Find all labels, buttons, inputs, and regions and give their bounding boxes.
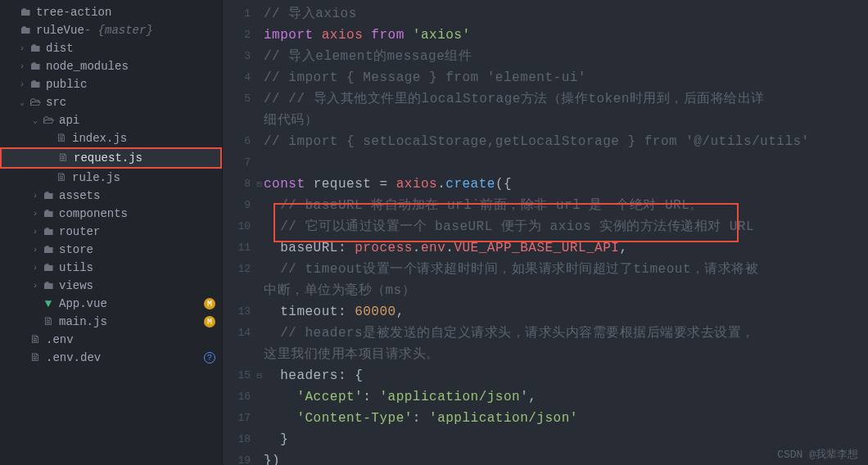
tree-item-main-js[interactable]: 🗎main.jsM xyxy=(0,313,222,331)
chevron-icon[interactable]: › xyxy=(16,44,28,53)
code-area[interactable]: // 导入axiosimport axios from 'axios'// 导入… xyxy=(264,0,868,465)
folder-icon: 🖿 xyxy=(41,279,56,292)
code-line[interactable]: timeout: 60000, xyxy=(264,301,868,323)
code-line[interactable]: 'Accept': 'application/json', xyxy=(264,386,868,408)
code-line[interactable]: 这里我们使用本项目请求头。 xyxy=(264,344,868,365)
folder-icon: 🗁 xyxy=(28,96,43,109)
file-icon: 🗎 xyxy=(54,132,69,145)
line-number: 11 xyxy=(223,237,264,259)
tree-item-dist[interactable]: ›🖿dist xyxy=(0,39,222,57)
folder-icon: 🖿 xyxy=(41,243,56,256)
file-icon: 🗎 xyxy=(56,151,70,165)
code-line[interactable] xyxy=(264,152,868,174)
file-icon: 🗎 xyxy=(41,315,56,328)
file-icon: 🗎 xyxy=(28,333,43,346)
code-line[interactable]: // import { setLocalStorage,getLocalStor… xyxy=(264,131,868,152)
code-line[interactable]: // headers是被发送的自定义请求头，请求头内容需要根据后端要求去设置， xyxy=(264,323,868,344)
code-line[interactable]: // 它可以通过设置一个 baseURL 便于为 axios 实例的方法传递相对… xyxy=(264,216,868,237)
line-number xyxy=(223,280,264,301)
tree-item-src[interactable]: ⌄🗁src xyxy=(0,93,222,111)
line-number: 12 xyxy=(223,259,264,280)
tree-item-rulevue[interactable]: 🖿ruleVue - {master} xyxy=(0,21,222,39)
line-number: 3 xyxy=(223,46,264,67)
tree-item-request-js[interactable]: 🗎request.js xyxy=(0,147,222,169)
line-number: 1 xyxy=(223,3,264,25)
folder-icon: 🖿 xyxy=(41,261,56,274)
code-line[interactable]: 中断，单位为毫秒（ms） xyxy=(264,280,868,301)
code-line[interactable]: 'Content-Type': 'application/json' xyxy=(264,408,868,429)
folder-icon: 🗁 xyxy=(41,114,56,127)
line-number: 9 xyxy=(223,195,264,216)
line-number xyxy=(223,344,264,365)
tree-item-label: src xyxy=(46,96,66,109)
modified-badge: M xyxy=(204,298,215,309)
chevron-icon[interactable]: › xyxy=(29,264,41,273)
info-icon: ? xyxy=(204,352,215,363)
chevron-icon[interactable]: › xyxy=(16,62,28,71)
tree-item-router[interactable]: ›🖿router xyxy=(0,223,222,241)
code-editor[interactable]: 12345678910111213141516171819 // 导入axios… xyxy=(223,0,868,465)
line-number: 13 xyxy=(223,301,264,323)
tree-item--env[interactable]: 🗎.env xyxy=(0,331,222,349)
line-number xyxy=(223,110,264,131)
code-line[interactable]: // 导入element的message组件 xyxy=(264,46,868,67)
tree-item-label: store xyxy=(59,243,93,256)
code-line[interactable]: baseURL: process.env.VUE_APP_BASE_URL_AP… xyxy=(264,237,868,259)
tree-item-assets[interactable]: ›🖿assets xyxy=(0,187,222,205)
tree-item-tree-action[interactable]: 🖿tree-action xyxy=(0,3,222,21)
chevron-icon[interactable]: › xyxy=(29,192,41,201)
tree-item-label: utils xyxy=(59,261,93,274)
code-line[interactable]: // 导入axios xyxy=(264,3,868,25)
tree-item-api[interactable]: ⌄🗁api xyxy=(0,111,222,129)
tree-item-label: components xyxy=(59,207,128,220)
tree-item-label: index.js xyxy=(72,132,127,145)
tree-item-label: assets xyxy=(59,189,100,202)
folder-icon: 🖿 xyxy=(41,207,56,220)
chevron-icon[interactable]: ⌄ xyxy=(16,97,28,107)
code-line[interactable]: // import { Message } from 'element-ui' xyxy=(264,67,868,88)
tree-item-label: api xyxy=(59,114,79,127)
chevron-icon[interactable]: › xyxy=(29,228,41,237)
line-number: 14 xyxy=(223,323,264,344)
code-line[interactable]: headers: { xyxy=(264,365,868,386)
tree-item--env-dev[interactable]: 🗎.env.dev? xyxy=(0,349,222,367)
tree-item-rule-js[interactable]: 🗎rule.js xyxy=(0,169,222,187)
folder-icon: 🖿 xyxy=(28,78,43,91)
tree-item-label: node_modules xyxy=(46,60,129,73)
tree-item-label: dist xyxy=(46,42,74,55)
folder-icon: 🖿 xyxy=(41,225,56,238)
folder-icon: 🖿 xyxy=(28,42,43,55)
tree-item-public[interactable]: ›🖿public xyxy=(0,75,222,93)
tree-item-utils[interactable]: ›🖿utils xyxy=(0,259,222,277)
line-number: 7 xyxy=(223,152,264,174)
code-line[interactable]: // // 导入其他文件里的localStorage方法（操作token时用到，… xyxy=(264,88,868,110)
tree-item-label: ruleVue xyxy=(36,24,84,37)
chevron-icon[interactable]: › xyxy=(29,210,41,219)
tree-item-store[interactable]: ›🖿store xyxy=(0,241,222,259)
tree-item-label: router xyxy=(59,225,100,238)
code-line[interactable]: // baseURL 将自动加在 url`前面，除非 url 是一个绝对 URL… xyxy=(264,195,868,216)
tree-item-components[interactable]: ›🖿components xyxy=(0,205,222,223)
file-explorer[interactable]: 🖿tree-action🖿ruleVue - {master}›🖿dist›🖿n… xyxy=(0,0,223,465)
tree-item-label: .env xyxy=(46,333,74,346)
code-line[interactable]: const request = axios.create({ xyxy=(264,174,868,195)
tree-item-node-modules[interactable]: ›🖿node_modules xyxy=(0,57,222,75)
folder-icon: 🖿 xyxy=(18,24,33,37)
line-number: 15 xyxy=(223,365,264,386)
chevron-icon[interactable]: › xyxy=(29,246,41,255)
code-line[interactable]: // timeout设置一个请求超时时间，如果请求时间超过了timeout，请求… xyxy=(264,259,868,280)
chevron-icon[interactable]: › xyxy=(29,282,41,291)
file-icon: ▼ xyxy=(41,297,56,310)
tree-item-label: App.vue xyxy=(59,297,107,310)
tree-item-index-js[interactable]: 🗎index.js xyxy=(0,129,222,147)
watermark: CSDN @我辈李想 xyxy=(777,447,858,462)
code-line[interactable]: import axios from 'axios' xyxy=(264,25,868,46)
tree-item-views[interactable]: ›🖿views xyxy=(0,277,222,295)
tree-item-app-vue[interactable]: ▼App.vueM xyxy=(0,295,222,313)
chevron-icon[interactable]: › xyxy=(16,80,28,89)
file-icon: 🗎 xyxy=(54,171,69,184)
chevron-icon[interactable]: ⌄ xyxy=(29,115,41,125)
folder-icon: 🖿 xyxy=(18,6,33,19)
code-line[interactable]: 细代码） xyxy=(264,110,868,131)
tree-item-label: views xyxy=(59,279,93,292)
